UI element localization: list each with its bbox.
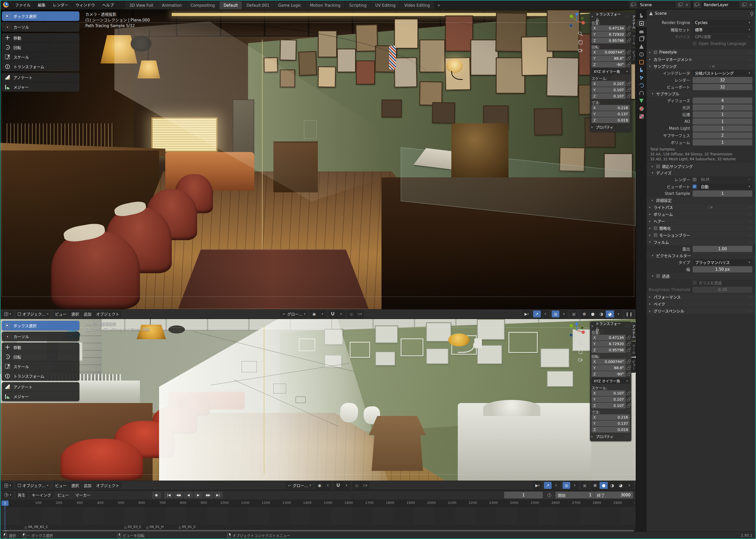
panel-bake[interactable]: ▸ベイク:::: [646,300,756,307]
panel-simplify[interactable]: ▸簡略化:::: [646,224,756,231]
current-frame-field[interactable]: 1 [504,492,543,499]
lock-icon[interactable] [627,96,630,98]
menu-select[interactable]: 選択 [69,482,81,489]
timeline-marker[interactable]: △ 0A_0B_B2_C [25,525,48,529]
tab-texture[interactable] [636,113,646,120]
lock-icon[interactable] [627,349,630,352]
subpanel-transparent[interactable]: ▾透過 [646,273,756,279]
snap-dropdown[interactable]: ▾ [342,482,350,489]
dimensions-y-field[interactable]: Y0.137 [592,421,630,426]
jump-to-start-button[interactable]: |◀ [164,492,174,499]
denoise-render-dropdown[interactable]: NLM▾ [699,177,752,183]
tab-animation[interactable]: Animation [158,1,186,9]
menu-playback[interactable]: 再生 [16,492,28,499]
panel-light-paths[interactable]: ▸ライトパス⋮≡:::: [646,203,756,210]
frame-end-field[interactable]: 終了3000 [594,492,633,499]
zoom-icon[interactable] [578,31,583,37]
subpanel-advanced[interactable]: ▸詳細設定 [646,197,756,203]
filter-type-dropdown[interactable]: ブラックマンハリス▾ [693,259,752,266]
pivot-dropdown[interactable]: ▾ [318,310,326,317]
tool-measure[interactable]: メジャー [2,82,79,92]
lock-icon[interactable] [627,83,630,86]
device-dropdown[interactable]: GPU演算▾ [693,34,752,40]
glossy-field[interactable]: 2 [693,105,752,111]
motion-blur-checkbox[interactable] [654,233,657,237]
overlays-toggle[interactable]: ◎ [562,482,570,489]
gizmo-toggle[interactable]: ↗ [544,482,552,489]
shading-material-button[interactable]: ◑ [597,310,606,317]
frame-start-field[interactable]: 開始1 [555,492,594,499]
adaptive-checkbox[interactable] [656,164,660,168]
dimensions-z-field[interactable]: Z0.019 [592,427,630,432]
proportional-falloff-dropdown[interactable]: ∩ ▾ [361,482,369,489]
gizmo-dropdown[interactable]: ▾ [541,310,549,317]
zoom-icon[interactable] [578,341,583,346]
timeline-marker[interactable]: △ 04_01_H [146,525,163,529]
render-engine-dropdown[interactable]: Cycles▾ [693,20,752,26]
overlays-dropdown[interactable]: ▾ [560,310,568,317]
mode-dropdown[interactable]: オブジェク...▾ [16,482,51,489]
diffuse-field[interactable]: 4 [693,98,752,104]
shading-wireframe-button[interactable]: ⊕ [580,310,588,317]
presets-icon[interactable]: ⋮≡ [707,205,713,209]
overlays-toggle[interactable]: ◎ [552,310,559,317]
scale-y-field[interactable]: Y0.107 [592,87,626,93]
tab-material[interactable] [636,105,646,113]
tool-scale[interactable]: スケール [2,52,79,62]
shading-solid-button[interactable]: ● [589,310,597,317]
render-samples-field[interactable]: 32 [693,77,752,83]
tool-cursor[interactable]: カーソル [2,332,79,341]
view-layer-name-field[interactable]: RenderLayer [701,1,740,8]
tool-transform[interactable]: トランスフォーム [2,371,79,381]
menu-select[interactable]: 選択 [69,310,81,317]
timeline-marker[interactable]: △ 03_03_C [124,525,141,529]
proportional-edit-toggle[interactable]: ◎ [347,310,355,317]
panel-performance[interactable]: ▸パフォーマンス:::: [646,293,756,300]
scale-y-field[interactable]: Y0.107 [592,397,626,402]
editor-type-button[interactable]: ▾ [2,482,14,489]
rotation-z-field[interactable]: Z-90° [592,62,626,67]
proportional-edit-toggle[interactable]: ◎ [353,482,361,489]
tab-modifiers[interactable] [636,66,646,74]
viewport-samples-field[interactable]: 32 [693,84,752,90]
sidebar-tab-view[interactable]: ビュー [631,48,636,63]
timeline-editor[interactable]: ▾ 再生 キーイング ビュー マーカー ● |◀ ◀◆ ◀ ▶ ◆▶ ▶| 1 … [0,490,636,531]
lock-icon[interactable] [627,337,630,340]
navigation-gizmo[interactable] [568,13,585,29]
feature-set-dropdown[interactable]: 標準▾ [693,27,752,33]
rotation-x-field[interactable]: X0.000744° [592,359,626,364]
play-button[interactable]: ▶ [194,492,203,499]
menu-marker[interactable]: マーカー [73,492,93,499]
editor-type-button[interactable]: ▾ [2,492,14,499]
transform-orientation-dropdown[interactable]: ⌐グロー...▾ [286,482,313,489]
roughness-threshold-field[interactable]: 0.10 [693,287,752,293]
tab-default[interactable]: Default [219,1,242,9]
tool-annotate[interactable]: アノテート [2,73,79,82]
simplify-checkbox[interactable] [654,226,657,230]
lock-icon[interactable] [627,399,630,401]
sidebar-tab-tool[interactable]: ツール [631,32,636,47]
denoise-viewport-dropdown[interactable]: 自動▾ [699,184,752,190]
tool-cursor[interactable]: カーソル [2,22,79,32]
menu-view[interactable]: ビュー [55,492,71,499]
lock-icon[interactable] [627,64,630,66]
tab-scripting[interactable]: Scripting [345,1,371,9]
panel-sampling[interactable]: ▾サンプリング⋮≡:::: [646,62,756,70]
scene-name-field[interactable]: Scene [637,1,676,8]
shading-dropdown[interactable]: ▾ [625,482,633,489]
timeline-marker[interactable]: △ 05_01_C [179,525,196,529]
view-layer-duplicate-button[interactable] [740,1,747,8]
viewport-rendered[interactable]: カメラ・透視投影 (1) シーンコレクション | Plane.000 Path … [0,10,636,319]
mode-dropdown[interactable]: オブジェク...▾ [16,310,51,317]
play-reverse-button[interactable]: ◀ [184,492,193,499]
lock-icon[interactable] [627,343,630,346]
tool-rotate[interactable]: 回転 [2,352,79,362]
menu-object[interactable]: オブジェクト [94,310,121,317]
menu-edit[interactable]: 編集 [34,0,49,9]
lock-icon[interactable] [627,367,630,370]
shading-dropdown[interactable]: ▾ [614,310,623,317]
subsurface-field[interactable]: 2 [693,132,752,138]
xray-toggle[interactable]: ▣ [570,310,578,317]
tab-object-data[interactable] [636,97,646,105]
lock-icon[interactable] [627,40,630,42]
